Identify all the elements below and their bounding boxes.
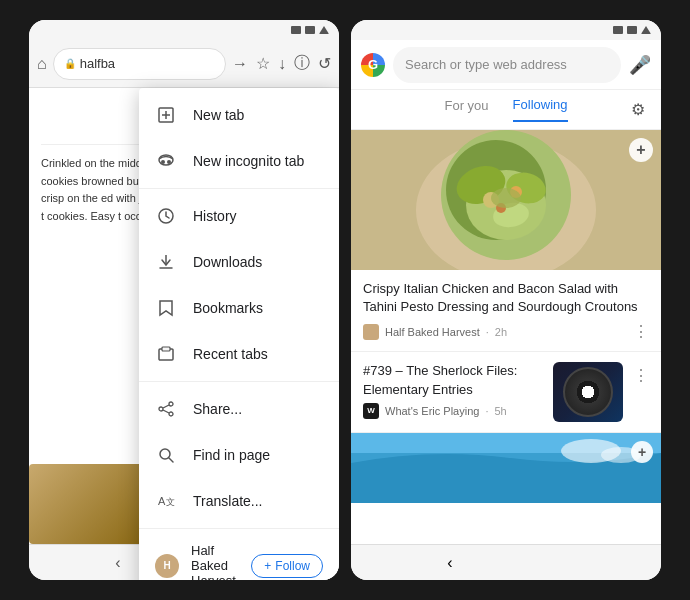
info-icon[interactable]: ⓘ (294, 53, 310, 74)
left-phone: ⌂ 🔒 halfba → ☆ ↓ ⓘ ↺ — HALF — HAR Crinkl… (29, 20, 339, 580)
menu-separator-1 (139, 188, 339, 189)
card1-title: Crispy Italian Chicken and Bacon Salad w… (363, 280, 649, 316)
tab-for-you[interactable]: For you (445, 98, 489, 121)
new-tab-label: New tab (193, 107, 244, 123)
card2-source-icon: W (363, 403, 379, 419)
home-icon[interactable]: ⌂ (37, 55, 47, 73)
card1-time-value: 2h (495, 326, 507, 338)
mic-icon[interactable]: 🎤 (629, 54, 651, 76)
card2-time: 5h (494, 405, 506, 417)
find-icon (155, 444, 177, 466)
svg-point-5 (167, 160, 171, 164)
svg-rect-10 (162, 347, 170, 351)
svg-line-15 (163, 410, 169, 413)
status-bar-left (29, 20, 339, 40)
menu-separator-3 (139, 528, 339, 529)
lock-icon: 🔒 (64, 58, 76, 69)
card2-separator: · (485, 405, 488, 417)
download-icon[interactable]: ↓ (278, 55, 286, 73)
menu-item-incognito[interactable]: New incognito tab (139, 138, 339, 184)
card1-meta: Half Baked Harvest · 2h ⋮ (363, 322, 649, 341)
card2-source-name: What's Eric Playing (385, 405, 479, 417)
tab-following[interactable]: Following (513, 97, 568, 122)
search-bar[interactable]: Search or type web address (393, 47, 621, 83)
card1-save-icon[interactable]: + (629, 138, 653, 162)
vinyl-record-icon (563, 367, 613, 417)
card1-source-name: Half Baked Harvest (385, 326, 480, 338)
menu-item-downloads[interactable]: Downloads (139, 239, 339, 285)
svg-point-11 (169, 402, 173, 406)
history-label: History (193, 208, 237, 224)
browser-actions: → ☆ ↓ ⓘ ↺ (232, 53, 331, 74)
site-avatar: H (155, 554, 179, 578)
bookmarks-icon (155, 297, 177, 319)
recent-tabs-label: Recent tabs (193, 346, 268, 362)
card3-image: + (351, 433, 661, 503)
refresh-icon[interactable]: ↺ (318, 54, 331, 73)
signal-icon-1 (291, 26, 301, 34)
bottom-nav-right: ‹ (351, 544, 661, 580)
svg-point-12 (169, 412, 173, 416)
downloads-label: Downloads (193, 254, 262, 270)
battery-icon (319, 26, 329, 34)
back-icon[interactable]: → (232, 55, 248, 73)
settings-gear-icon[interactable]: ⚙ (631, 100, 645, 119)
card1-image: + (351, 130, 661, 270)
back-nav-icon-right[interactable]: ‹ (447, 554, 452, 572)
svg-point-4 (161, 160, 165, 164)
incognito-label: New incognito tab (193, 153, 304, 169)
signal-icon-2 (305, 26, 315, 34)
history-icon (155, 205, 177, 227)
menu-item-bookmarks[interactable]: Bookmarks (139, 285, 339, 331)
bookmarks-label: Bookmarks (193, 300, 263, 316)
feed-content: + Crispy Italian Chicken and Bacon Salad… (351, 130, 661, 544)
card1-source-icon (363, 324, 379, 340)
card2-title: #739 – The Sherlock Files: Elementary En… (363, 362, 543, 398)
back-nav-icon[interactable]: ‹ (115, 554, 120, 572)
follow-button[interactable]: + Follow (251, 554, 323, 578)
battery-icon-r (641, 26, 651, 34)
menu-item-find[interactable]: Find in page (139, 432, 339, 478)
context-menu: New tab New incognito tab (139, 88, 339, 580)
right-browser-bar: G Search or type web address 🎤 (351, 40, 661, 90)
new-tab-icon (155, 104, 177, 126)
follow-plus-icon: + (264, 559, 271, 573)
menu-separator-2 (139, 381, 339, 382)
menu-item-history[interactable]: History (139, 193, 339, 239)
incognito-icon (155, 150, 177, 172)
google-logo: G (361, 53, 385, 77)
browser-toolbar: ⌂ 🔒 halfba → ☆ ↓ ⓘ ↺ (29, 40, 339, 88)
share-label: Share... (193, 401, 242, 417)
right-phone: G Search or type web address 🎤 For you F… (351, 20, 661, 580)
content-tabs: For you Following ⚙ (351, 90, 661, 130)
menu-item-new-tab[interactable]: New tab (139, 92, 339, 138)
star-icon[interactable]: ☆ (256, 54, 270, 73)
follow-section: H Half Baked Harvest + Follow (139, 533, 339, 580)
status-bar-right (351, 20, 661, 40)
svg-line-14 (163, 405, 169, 408)
card2-meta: W What's Eric Playing · 5h (363, 403, 543, 419)
svg-point-31 (491, 188, 521, 208)
share-icon (155, 398, 177, 420)
svg-point-13 (159, 407, 163, 411)
search-placeholder: Search or type web address (405, 57, 567, 72)
url-bar[interactable]: 🔒 halfba (53, 48, 226, 80)
url-text: halfba (80, 56, 115, 71)
svg-text:文: 文 (166, 497, 175, 507)
follow-site-name: Half Baked Harvest (191, 543, 239, 580)
translate-icon: A 文 (155, 490, 177, 512)
menu-item-translate[interactable]: A 文 Translate... (139, 478, 339, 524)
menu-item-recent-tabs[interactable]: Recent tabs (139, 331, 339, 377)
svg-line-17 (169, 458, 173, 462)
downloads-icon (155, 251, 177, 273)
menu-item-share[interactable]: Share... (139, 386, 339, 432)
translate-label: Translate... (193, 493, 263, 509)
follow-label: Follow (275, 559, 310, 573)
card2-thumbnail (553, 362, 623, 422)
signal-icon-r1 (613, 26, 623, 34)
card2-options-icon[interactable]: ⋮ (633, 366, 649, 385)
card1-options-icon[interactable]: ⋮ (633, 322, 649, 341)
card2-text: #739 – The Sherlock Files: Elementary En… (363, 362, 543, 418)
svg-text:A: A (158, 495, 166, 507)
find-label: Find in page (193, 447, 270, 463)
